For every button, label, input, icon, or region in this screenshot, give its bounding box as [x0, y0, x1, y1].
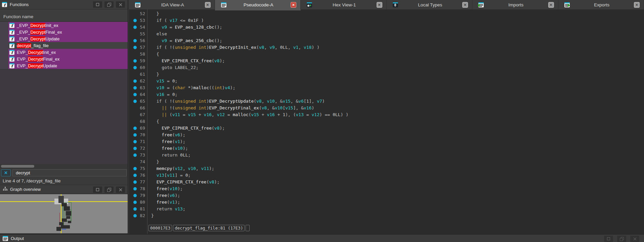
function-row[interactable]: fEVP_DecryptInit_ex [0, 49, 128, 56]
maximize-icon[interactable] [604, 236, 613, 242]
tab-close-icon[interactable]: ✕ [548, 2, 554, 8]
function-icon: f [9, 63, 14, 68]
function-row[interactable]: f_EVP_DecryptInit_ex [0, 22, 128, 29]
code-line[interactable]: 82} [129, 212, 644, 219]
pseudocode-view[interactable]: 52 }53 if ( v17 <= 0x1F )54 v9 = EVP_aes… [129, 9, 644, 234]
code-line[interactable]: 61 } [129, 71, 644, 78]
code-line[interactable]: 58 { [129, 51, 644, 58]
tab-close-icon[interactable]: ✕ [462, 2, 468, 8]
tab-close-icon[interactable]: ✕ [205, 2, 211, 8]
line-text: v13[v11] = 0; [151, 172, 190, 179]
row-body: fEVP_DecryptUpdate [8, 62, 128, 69]
maximize-icon[interactable] [93, 1, 102, 8]
tab-local-types[interactable]: 0Local Types✕ [387, 0, 473, 9]
code-line[interactable]: 76 v13[v11] = 0; [129, 172, 644, 179]
line-number: 66 [129, 105, 145, 111]
tab-pseudocode-a[interactable]: Pseudocode-A✕ [215, 0, 301, 9]
tab-imports[interactable]: Imports✕ [472, 0, 558, 9]
status-address: 000017E3 [148, 225, 172, 231]
line-number: 64 [129, 91, 145, 98]
code-line[interactable]: 71 free(v1); [129, 138, 644, 145]
function-icon: f [9, 43, 14, 48]
code-line[interactable]: 65 if ( !(unsigned int)EVP_DecryptUpdate… [129, 98, 644, 105]
tab-label-pseudocode-a: Pseudocode-A [226, 2, 291, 7]
code-line[interactable]: 70 free(v6); [129, 132, 644, 138]
code-line[interactable]: 62 v15 = 0; [129, 78, 644, 84]
line-number: 75 [129, 165, 145, 172]
function-row[interactable]: fEVP_DecryptUpdate [0, 62, 128, 69]
code-line[interactable]: 64 v16 = 0; [129, 91, 644, 98]
functions-panel-header[interactable]: f Functions [0, 0, 128, 9]
graph-overview-header[interactable]: Graph overview [0, 185, 128, 194]
function-name: _EVP_DecryptInit_ex [17, 23, 58, 28]
code-line[interactable]: 72 free(v10); [129, 145, 644, 152]
tab-close-icon[interactable]: ✕ [634, 2, 640, 8]
close-icon[interactable] [630, 236, 639, 242]
tab-icon-imports [478, 2, 484, 7]
line-text: v15 = 0; [151, 78, 177, 84]
line-number: 76 [129, 172, 145, 179]
code-line[interactable]: 66 || !(unsigned int)EVP_DecryptFinal_ex… [129, 105, 644, 111]
row-margin [0, 42, 8, 49]
tab-exports[interactable]: Exports✕ [558, 0, 644, 9]
tab-ida-view-a[interactable]: IDA View-A✕ [129, 0, 215, 9]
graph-overview-canvas[interactable] [0, 194, 128, 233]
hscrollbar-thumb[interactable] [1, 165, 34, 168]
code-line[interactable]: 80 free(v1); [129, 199, 644, 206]
graph-node [66, 211, 71, 216]
close-icon[interactable] [116, 186, 125, 193]
line-text: { [151, 118, 159, 125]
graph-node [58, 196, 64, 203]
code-line[interactable]: 81 return v13; [129, 206, 644, 212]
output-panel-header[interactable]: Output [0, 234, 644, 242]
code-line[interactable]: 60 goto LABEL_22; [129, 64, 644, 71]
code-line[interactable]: 68 { [129, 118, 644, 125]
function-name-column-header[interactable]: Function name [0, 9, 128, 22]
code-line[interactable]: 56 v9 = EVP_aes_256_cbc(); [129, 37, 644, 44]
function-row[interactable]: f_EVP_DecryptUpdate [0, 35, 128, 42]
function-row[interactable]: f_EVP_DecryptFinal_ex [0, 29, 128, 35]
row-margin [0, 56, 8, 62]
tab-label-exports: Exports [570, 2, 634, 7]
search-input[interactable] [12, 169, 127, 176]
code-line[interactable]: 75 memcpy(v12, v10, v11); [129, 165, 644, 172]
code-line[interactable]: 78 free(v10); [129, 185, 644, 192]
maximize-icon[interactable] [93, 186, 102, 193]
code-line[interactable]: 79 free(v6); [129, 192, 644, 199]
float-icon[interactable] [104, 1, 114, 8]
function-icon: f [9, 50, 14, 55]
tab-close-icon[interactable]: ✕ [377, 2, 382, 8]
code-line[interactable]: 57 if ( !(unsigned int)EVP_DecryptInit_e… [129, 44, 644, 51]
tab-hex-view-1[interactable]: Hex View-1✕ [301, 0, 387, 9]
row-body: f_EVP_DecryptUpdate [8, 35, 128, 42]
code-line[interactable]: 63 v10 = (char *)malloc((int)v4); [129, 84, 644, 91]
function-row[interactable]: fEVP_DecryptFinal_ex [0, 56, 128, 62]
code-line[interactable]: 59 EVP_CIPHER_CTX_free(v8); [129, 58, 644, 64]
row-margin [0, 22, 8, 29]
code-line[interactable]: 52 } [129, 10, 644, 17]
code-line[interactable]: 74 } [129, 159, 644, 165]
functions-panel-title: Functions [10, 2, 29, 7]
float-icon[interactable] [617, 236, 626, 242]
code-line[interactable]: 73 return 0LL; [129, 152, 644, 159]
code-line[interactable]: 53 if ( v17 <= 0x1F ) [129, 17, 644, 24]
code-line[interactable]: 69 EVP_CIPHER_CTX_free(v8); [129, 125, 644, 132]
function-list-hscrollbar[interactable] [0, 164, 128, 169]
code-line[interactable]: 77 EVP_CIPHER_CTX_free(v8); [129, 179, 644, 185]
line-number: 79 [129, 192, 145, 199]
line-text: return 0LL; [151, 152, 190, 159]
code-line[interactable]: 55 else [129, 31, 644, 37]
float-icon[interactable] [104, 186, 114, 193]
close-icon[interactable] [116, 1, 125, 8]
row-body: fEVP_DecryptInit_ex [8, 49, 128, 56]
line-number: 81 [129, 206, 145, 212]
clear-search-icon[interactable]: ✕ [1, 169, 11, 176]
graph-node [61, 225, 70, 229]
code-line[interactable]: 54 v9 = EVP_aes_128_cbc(); [129, 24, 644, 31]
line-text: v9 = EVP_aes_128_cbc(); [151, 24, 222, 31]
function-icon: f [9, 57, 14, 62]
tab-close-icon[interactable]: ✕ [291, 2, 296, 8]
function-row[interactable]: fdecrypt_flag_file [0, 42, 128, 49]
code-line[interactable]: 67 || (v11 = v15 + v16, v12 = malloc(v15… [129, 111, 644, 118]
line-text: EVP_CIPHER_CTX_free(v8); [151, 179, 220, 185]
